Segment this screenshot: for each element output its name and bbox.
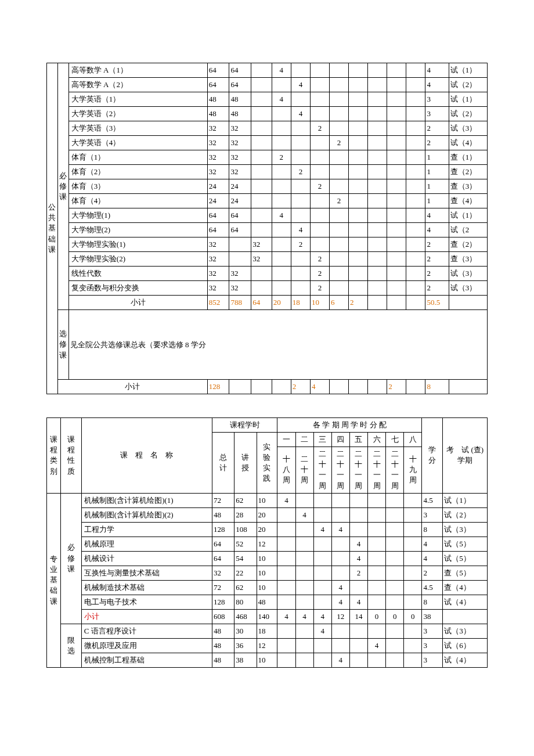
cell — [387, 223, 406, 237]
cell: 4.5 — [422, 580, 443, 595]
cell: 4 — [331, 580, 349, 595]
cell — [272, 136, 291, 150]
cell: 2 — [330, 194, 349, 208]
cell: 2 — [310, 267, 329, 281]
cell — [251, 267, 272, 281]
cell — [406, 136, 425, 150]
course-name: 电工与电子技术 — [81, 595, 212, 609]
cell: 852 — [207, 296, 229, 310]
header-nature: 课程性质 — [60, 418, 81, 494]
cell: 32 — [207, 252, 229, 267]
cell — [310, 92, 329, 107]
cell: 20 — [257, 522, 277, 537]
cell — [387, 165, 406, 179]
cell: 查（2） — [449, 237, 487, 252]
header-week: 二十周 — [295, 447, 313, 494]
cell — [368, 107, 387, 121]
header-week: 二十一周 — [331, 447, 349, 494]
cell — [310, 208, 329, 223]
curriculum-table-2: 课程类别 课程性质 课 程 名 称 课程学时 各 学 期 周 学 时 分 配 学… — [46, 417, 488, 668]
cell — [330, 63, 349, 78]
cell — [368, 624, 386, 638]
cell — [330, 121, 349, 136]
cell — [368, 252, 387, 267]
cell — [330, 237, 349, 252]
course-name: 体育（1） — [68, 150, 207, 165]
cell: 2 — [291, 165, 310, 179]
cell — [386, 537, 404, 551]
cell — [406, 63, 425, 78]
cell — [295, 537, 313, 551]
cell — [330, 78, 349, 92]
cell — [349, 78, 368, 92]
cell — [295, 566, 313, 580]
cell: 38 — [234, 653, 257, 667]
cell: 8 — [422, 595, 443, 609]
cell — [368, 296, 387, 310]
cell: 2 — [425, 252, 449, 267]
cell — [291, 267, 310, 281]
cell — [330, 107, 349, 121]
cell — [406, 223, 425, 237]
cell — [386, 507, 404, 522]
header-exam: 考 试 (查) 学期 — [443, 418, 488, 494]
header-sem: 八 — [404, 433, 422, 447]
table-row: 互换性与测量技术基础32221022查（5） — [47, 566, 488, 580]
table-row: 大学物理实验(2)323222查（3） — [47, 252, 488, 267]
cell — [406, 121, 425, 136]
cell — [368, 653, 386, 667]
cell — [251, 223, 272, 237]
cell: 64 — [229, 63, 251, 78]
header-sem: 四 — [331, 433, 349, 447]
cell — [251, 63, 272, 78]
cell: 8 — [422, 522, 443, 537]
cell: 4 — [313, 609, 331, 624]
cell — [387, 296, 406, 310]
cell — [313, 653, 331, 667]
cell — [330, 92, 349, 107]
cell — [368, 150, 387, 165]
cell — [387, 150, 406, 165]
cell — [229, 380, 251, 394]
cell: 试（1） — [449, 92, 487, 107]
cell: 0 — [368, 609, 386, 624]
cell — [313, 551, 331, 566]
cell: 128 — [212, 522, 234, 537]
cell: 64 — [207, 78, 229, 92]
cell: 24 — [207, 194, 229, 208]
cell — [387, 136, 406, 150]
cell: 64 — [229, 223, 251, 237]
course-name: 机械制造技术基础 — [81, 580, 212, 595]
cell: 32 — [229, 150, 251, 165]
cell: 32 — [207, 121, 229, 136]
cell — [386, 566, 404, 580]
cell — [368, 380, 387, 394]
cell: 12 — [331, 609, 349, 624]
cell: 查（2） — [449, 165, 487, 179]
cell — [368, 121, 387, 136]
cell — [368, 223, 387, 237]
nature-cell: 必修课 — [60, 493, 81, 624]
cell: 32 — [207, 150, 229, 165]
course-name: 高等数学 A（1） — [68, 63, 207, 78]
table-row: 电工与电子技术1288048448试（4） — [47, 595, 488, 609]
cell: 14 — [349, 609, 367, 624]
cell — [449, 296, 487, 310]
cell: 查（5） — [443, 566, 488, 580]
header-week: 二十一周 — [386, 447, 404, 494]
elective-nature-cell: 选修课 — [57, 310, 68, 380]
cell: 64 — [207, 208, 229, 223]
cell — [251, 194, 272, 208]
table-row: 机械制造技术基础72621044.5查（4） — [47, 580, 488, 595]
cell — [251, 179, 272, 194]
cell: 10 — [257, 580, 277, 595]
cell — [387, 194, 406, 208]
cell: 3 — [425, 107, 449, 121]
cell — [313, 638, 331, 653]
course-name: 机械制图(含计算机绘图)(2) — [81, 507, 212, 522]
cell: 3 — [422, 507, 443, 522]
cell: 试（2） — [443, 507, 488, 522]
cell — [310, 223, 329, 237]
cell — [404, 493, 422, 507]
cell: 3 — [422, 638, 443, 653]
